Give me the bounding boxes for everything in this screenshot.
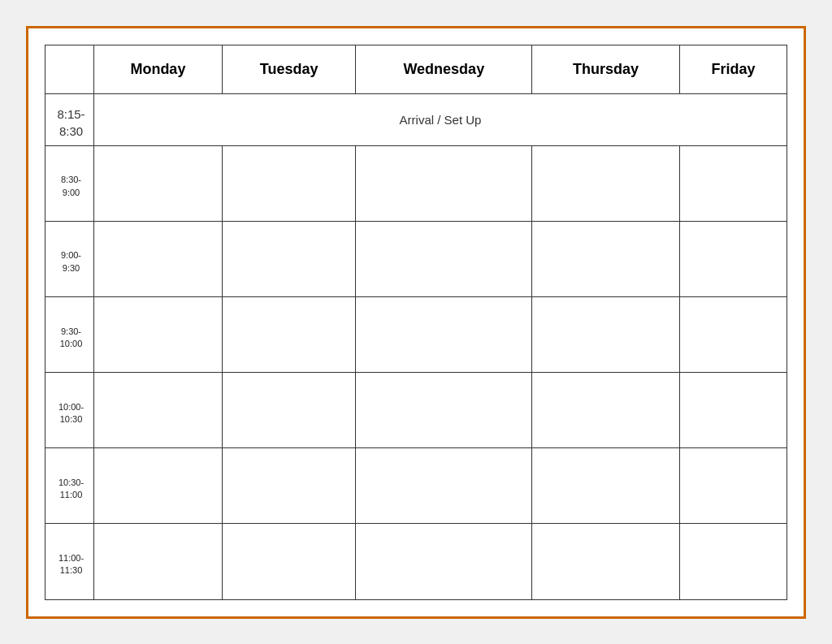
time-slot-0: 8:30-9:00 [46,145,94,221]
cell-thursday-4 [532,448,680,524]
time-slot-2: 9:30-10:00 [46,296,94,372]
cell-wednesday-4 [356,448,532,524]
arrival-label: Arrival / Set Up [94,93,787,145]
row-900-930: 9:00-9:30 [46,221,787,296]
cell-tuesday-1 [222,221,356,296]
header-tuesday: Tuesday [222,45,356,93]
schedule-table: Monday Tuesday Wednesday Thursday Friday… [45,45,787,600]
arrival-row: 8:15-8:30 Arrival / Set Up [46,93,787,145]
time-slot-3: 10:00-10:30 [46,373,94,448]
cell-monday-1 [94,221,223,296]
row-930-1000: 9:30-10:00 [46,296,787,372]
row-1100-1130: 11:00-11:30 [46,524,787,599]
cell-thursday-3 [532,373,680,448]
header-monday: Monday [94,45,223,93]
cell-wednesday-1 [356,221,532,296]
header-thursday: Thursday [532,45,680,93]
cell-monday-4 [94,448,223,524]
cell-friday-0 [680,145,787,221]
header-empty-cell [46,45,94,93]
cell-thursday-5 [532,524,680,599]
header-wednesday: Wednesday [356,45,532,93]
cell-monday-5 [94,524,223,599]
cell-friday-4 [680,448,787,524]
cell-thursday-2 [532,296,680,372]
cell-wednesday-2 [356,296,532,372]
cell-wednesday-0 [356,145,532,221]
time-slot-arrival: 8:15-8:30 [46,93,94,145]
cell-monday-2 [94,296,223,372]
cell-tuesday-2 [222,296,356,372]
cell-monday-3 [94,373,223,448]
cell-thursday-1 [532,221,680,296]
cell-tuesday-4 [222,448,356,524]
header-friday: Friday [680,45,787,93]
cell-friday-2 [680,296,787,372]
time-slot-4: 10:30-11:00 [46,448,94,524]
cell-monday-0 [94,145,223,221]
time-slot-1: 9:00-9:30 [46,221,94,296]
cell-friday-1 [680,221,787,296]
row-1030-1100: 10:30-11:00 [46,448,787,524]
cell-wednesday-5 [356,524,532,599]
cell-tuesday-3 [222,373,356,448]
cell-tuesday-0 [222,145,356,221]
cell-friday-3 [680,373,787,448]
row-830-900: 8:30-9:00 [46,145,787,221]
row-1000-1030: 10:00-10:30 [46,373,787,448]
cell-friday-5 [680,524,787,599]
page-container: Monday Tuesday Wednesday Thursday Friday… [26,26,806,619]
time-slot-5: 11:00-11:30 [46,524,94,599]
cell-thursday-0 [532,145,680,221]
cell-tuesday-5 [222,524,356,599]
cell-wednesday-3 [356,373,532,448]
